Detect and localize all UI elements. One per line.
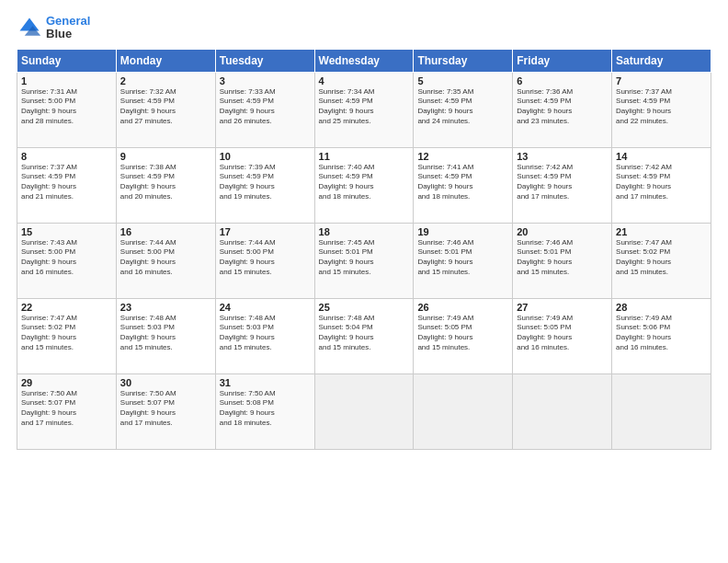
- weekday-header-monday: Monday: [116, 49, 215, 72]
- day-number: 1: [21, 75, 112, 86]
- week-row-2: 8Sunrise: 7:37 AM Sunset: 4:59 PM Daylig…: [17, 147, 711, 223]
- week-row-4: 22Sunrise: 7:47 AM Sunset: 5:02 PM Dayli…: [17, 298, 711, 373]
- day-number: 26: [417, 302, 508, 313]
- day-number: 9: [120, 151, 211, 162]
- day-info: Sunrise: 7:46 AM Sunset: 5:01 PM Dayligh…: [417, 238, 508, 278]
- day-info: Sunrise: 7:47 AM Sunset: 5:02 PM Dayligh…: [616, 238, 707, 278]
- day-number: 4: [319, 75, 410, 86]
- weekday-header-wednesday: Wednesday: [314, 49, 414, 72]
- day-number: 12: [417, 151, 508, 162]
- day-cell: 26Sunrise: 7:49 AM Sunset: 5:05 PM Dayli…: [414, 298, 513, 373]
- day-number: 19: [417, 226, 508, 237]
- day-info: Sunrise: 7:49 AM Sunset: 5:05 PM Dayligh…: [417, 314, 508, 353]
- day-cell: 25Sunrise: 7:48 AM Sunset: 5:04 PM Dayli…: [314, 298, 414, 373]
- day-info: Sunrise: 7:49 AM Sunset: 5:05 PM Dayligh…: [517, 314, 608, 353]
- day-info: Sunrise: 7:40 AM Sunset: 4:59 PM Dayligh…: [319, 163, 410, 202]
- day-number: 18: [319, 226, 410, 237]
- day-info: Sunrise: 7:37 AM Sunset: 4:59 PM Dayligh…: [21, 163, 112, 202]
- calendar-page: General Blue SundayMondayTuesdayWednesda…: [0, 0, 728, 563]
- day-info: Sunrise: 7:48 AM Sunset: 5:03 PM Dayligh…: [220, 314, 311, 353]
- week-row-3: 15Sunrise: 7:43 AM Sunset: 5:00 PM Dayli…: [17, 223, 711, 298]
- header: General Blue: [17, 15, 711, 41]
- svg-marker-0: [20, 18, 40, 31]
- day-cell: 6Sunrise: 7:36 AM Sunset: 4:59 PM Daylig…: [513, 72, 612, 147]
- day-cell: 14Sunrise: 7:42 AM Sunset: 4:59 PM Dayli…: [612, 147, 711, 223]
- day-cell: 8Sunrise: 7:37 AM Sunset: 4:59 PM Daylig…: [17, 147, 117, 223]
- day-info: Sunrise: 7:36 AM Sunset: 4:59 PM Dayligh…: [517, 87, 608, 127]
- day-cell: 7Sunrise: 7:37 AM Sunset: 4:59 PM Daylig…: [612, 72, 711, 147]
- day-number: 20: [517, 226, 608, 237]
- day-info: Sunrise: 7:38 AM Sunset: 4:59 PM Dayligh…: [120, 163, 211, 202]
- day-cell: 15Sunrise: 7:43 AM Sunset: 5:00 PM Dayli…: [17, 223, 117, 298]
- day-info: Sunrise: 7:41 AM Sunset: 4:59 PM Dayligh…: [417, 163, 508, 202]
- day-cell: 23Sunrise: 7:48 AM Sunset: 5:03 PM Dayli…: [116, 298, 215, 373]
- day-info: Sunrise: 7:50 AM Sunset: 5:07 PM Dayligh…: [120, 389, 211, 429]
- day-info: Sunrise: 7:35 AM Sunset: 4:59 PM Dayligh…: [417, 87, 508, 127]
- logo: General Blue: [17, 15, 90, 41]
- logo-icon: [17, 15, 42, 40]
- day-number: 5: [417, 75, 508, 86]
- logo-text: General Blue: [46, 15, 90, 41]
- day-cell: 29Sunrise: 7:50 AM Sunset: 5:07 PM Dayli…: [17, 373, 117, 449]
- day-info: Sunrise: 7:47 AM Sunset: 5:02 PM Dayligh…: [21, 314, 112, 353]
- day-cell: 1Sunrise: 7:31 AM Sunset: 5:00 PM Daylig…: [17, 72, 117, 147]
- day-cell: [414, 373, 513, 449]
- day-number: 22: [21, 302, 112, 313]
- weekday-header-sunday: Sunday: [17, 49, 117, 72]
- day-info: Sunrise: 7:42 AM Sunset: 4:59 PM Dayligh…: [517, 163, 608, 202]
- day-cell: 3Sunrise: 7:33 AM Sunset: 4:59 PM Daylig…: [215, 72, 314, 147]
- day-info: Sunrise: 7:31 AM Sunset: 5:00 PM Dayligh…: [21, 87, 112, 127]
- day-number: 13: [517, 151, 608, 162]
- day-info: Sunrise: 7:33 AM Sunset: 4:59 PM Dayligh…: [220, 87, 311, 127]
- day-number: 30: [120, 377, 211, 388]
- day-number: 6: [517, 75, 608, 86]
- day-info: Sunrise: 7:48 AM Sunset: 5:03 PM Dayligh…: [120, 314, 211, 353]
- day-cell: 12Sunrise: 7:41 AM Sunset: 4:59 PM Dayli…: [414, 147, 513, 223]
- day-info: Sunrise: 7:45 AM Sunset: 5:01 PM Dayligh…: [319, 238, 410, 278]
- day-info: Sunrise: 7:48 AM Sunset: 5:04 PM Dayligh…: [319, 314, 410, 353]
- day-info: Sunrise: 7:49 AM Sunset: 5:06 PM Dayligh…: [616, 314, 707, 353]
- day-info: Sunrise: 7:50 AM Sunset: 5:07 PM Dayligh…: [21, 389, 112, 429]
- day-info: Sunrise: 7:46 AM Sunset: 5:01 PM Dayligh…: [517, 238, 608, 278]
- day-cell: [513, 373, 612, 449]
- day-number: 23: [120, 302, 211, 313]
- day-cell: 11Sunrise: 7:40 AM Sunset: 4:59 PM Dayli…: [314, 147, 414, 223]
- day-number: 3: [220, 75, 311, 86]
- day-cell: [314, 373, 414, 449]
- week-row-5: 29Sunrise: 7:50 AM Sunset: 5:07 PM Dayli…: [17, 373, 711, 449]
- day-cell: 31Sunrise: 7:50 AM Sunset: 5:08 PM Dayli…: [215, 373, 314, 449]
- day-number: 14: [616, 151, 707, 162]
- day-cell: 10Sunrise: 7:39 AM Sunset: 4:59 PM Dayli…: [215, 147, 314, 223]
- day-number: 25: [319, 302, 410, 313]
- day-cell: 19Sunrise: 7:46 AM Sunset: 5:01 PM Dayli…: [414, 223, 513, 298]
- day-number: 16: [120, 226, 211, 237]
- day-cell: 20Sunrise: 7:46 AM Sunset: 5:01 PM Dayli…: [513, 223, 612, 298]
- day-number: 24: [220, 302, 311, 313]
- weekday-header-tuesday: Tuesday: [215, 49, 314, 72]
- day-cell: 13Sunrise: 7:42 AM Sunset: 4:59 PM Dayli…: [513, 147, 612, 223]
- day-cell: 17Sunrise: 7:44 AM Sunset: 5:00 PM Dayli…: [215, 223, 314, 298]
- day-cell: 16Sunrise: 7:44 AM Sunset: 5:00 PM Dayli…: [116, 223, 215, 298]
- day-cell: 30Sunrise: 7:50 AM Sunset: 5:07 PM Dayli…: [116, 373, 215, 449]
- day-number: 15: [21, 226, 112, 237]
- day-number: 11: [319, 151, 410, 162]
- day-cell: 9Sunrise: 7:38 AM Sunset: 4:59 PM Daylig…: [116, 147, 215, 223]
- day-cell: 28Sunrise: 7:49 AM Sunset: 5:06 PM Dayli…: [612, 298, 711, 373]
- day-info: Sunrise: 7:43 AM Sunset: 5:00 PM Dayligh…: [21, 238, 112, 278]
- day-number: 27: [517, 302, 608, 313]
- day-cell: 21Sunrise: 7:47 AM Sunset: 5:02 PM Dayli…: [612, 223, 711, 298]
- weekday-header-saturday: Saturday: [612, 49, 711, 72]
- day-info: Sunrise: 7:39 AM Sunset: 4:59 PM Dayligh…: [220, 163, 311, 202]
- weekday-header-friday: Friday: [513, 49, 612, 72]
- week-row-1: 1Sunrise: 7:31 AM Sunset: 5:00 PM Daylig…: [17, 72, 711, 147]
- day-info: Sunrise: 7:44 AM Sunset: 5:00 PM Dayligh…: [120, 238, 211, 278]
- day-info: Sunrise: 7:44 AM Sunset: 5:00 PM Dayligh…: [220, 238, 311, 278]
- day-info: Sunrise: 7:42 AM Sunset: 4:59 PM Dayligh…: [616, 163, 707, 202]
- weekday-header-row: SundayMondayTuesdayWednesdayThursdayFrid…: [17, 49, 711, 72]
- weekday-header-thursday: Thursday: [414, 49, 513, 72]
- day-number: 28: [616, 302, 707, 313]
- day-cell: 24Sunrise: 7:48 AM Sunset: 5:03 PM Dayli…: [215, 298, 314, 373]
- day-cell: 4Sunrise: 7:34 AM Sunset: 4:59 PM Daylig…: [314, 72, 414, 147]
- day-number: 10: [220, 151, 311, 162]
- day-cell: 27Sunrise: 7:49 AM Sunset: 5:05 PM Dayli…: [513, 298, 612, 373]
